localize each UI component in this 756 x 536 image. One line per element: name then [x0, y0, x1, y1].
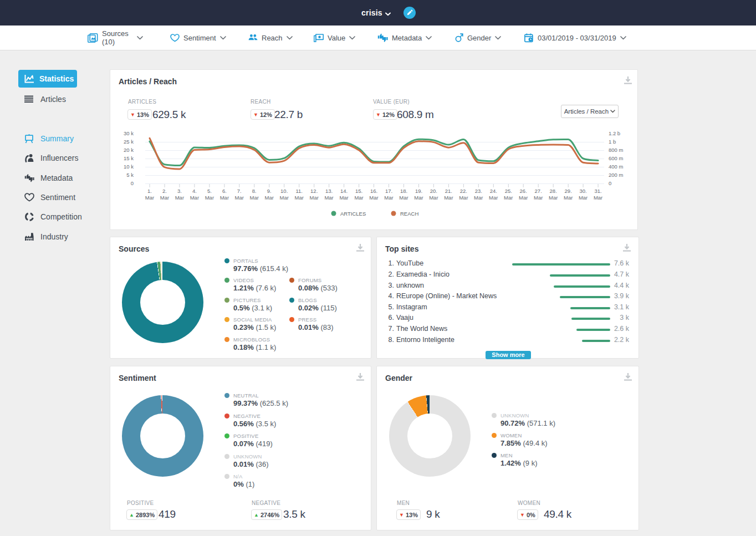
svg-text:25.: 25. [505, 188, 512, 194]
svg-text:8.: 8. [252, 188, 257, 194]
svg-text:30.: 30. [579, 188, 586, 194]
svg-text:Mar: Mar [324, 195, 333, 201]
svg-text:20.: 20. [430, 188, 437, 194]
svg-text:1.: 1. [147, 188, 152, 194]
svg-text:Mar: Mar [489, 195, 498, 201]
svg-text:Mar: Mar [265, 195, 274, 201]
svg-text:800 m: 800 m [609, 147, 623, 153]
svg-text:Mar: Mar [145, 195, 154, 201]
svg-text:17.: 17. [385, 188, 392, 194]
svg-text:Mar: Mar [534, 195, 543, 201]
svg-text:REACH: REACH [400, 211, 418, 217]
svg-text:9.: 9. [267, 188, 272, 194]
svg-text:Mar: Mar [175, 195, 184, 201]
svg-text:12.: 12. [310, 188, 318, 194]
svg-text:Mar: Mar [504, 195, 513, 201]
svg-text:22.: 22. [460, 188, 467, 194]
svg-text:4.: 4. [192, 188, 197, 194]
svg-text:16.: 16. [370, 188, 377, 194]
svg-text:7.: 7. [237, 188, 242, 194]
svg-text:Mar: Mar [519, 195, 528, 201]
svg-text:30 k: 30 k [124, 130, 134, 136]
svg-text:24.: 24. [490, 188, 497, 194]
svg-text:Mar: Mar [280, 195, 289, 201]
svg-text:200 m: 200 m [609, 172, 623, 178]
svg-text:1.2 b: 1.2 b [609, 130, 620, 136]
svg-text:5.: 5. [207, 188, 212, 194]
svg-text:15 k: 15 k [124, 155, 134, 161]
svg-text:Mar: Mar [474, 195, 483, 201]
svg-text:25 k: 25 k [124, 139, 134, 145]
svg-text:3.: 3. [177, 188, 182, 194]
svg-text:10.: 10. [280, 188, 288, 194]
svg-text:20 k: 20 k [124, 147, 134, 153]
svg-text:19.: 19. [415, 188, 422, 194]
svg-text:Mar: Mar [399, 195, 408, 201]
svg-text:10 k: 10 k [124, 164, 134, 170]
svg-text:31.: 31. [594, 188, 601, 194]
svg-text:29.: 29. [565, 188, 572, 194]
svg-text:Mar: Mar [384, 195, 393, 201]
svg-text:Mar: Mar [579, 195, 588, 201]
svg-text:26.: 26. [520, 188, 527, 194]
svg-text:23.: 23. [475, 188, 482, 194]
svg-text:Mar: Mar [160, 195, 169, 201]
svg-text:400 m: 400 m [609, 164, 623, 170]
svg-text:Mar: Mar [414, 195, 423, 201]
svg-text:Mar: Mar [205, 195, 214, 201]
svg-text:Mar: Mar [429, 195, 438, 201]
svg-text:Mar: Mar [190, 195, 199, 201]
svg-text:Mar: Mar [250, 195, 259, 201]
svg-text:1 b: 1 b [609, 139, 616, 145]
svg-text:13.: 13. [325, 188, 333, 194]
svg-text:21.: 21. [445, 188, 452, 194]
svg-text:Mar: Mar [339, 195, 348, 201]
svg-text:Mar: Mar [235, 195, 244, 201]
svg-text:18.: 18. [400, 188, 407, 194]
svg-text:Mar: Mar [564, 195, 573, 201]
svg-text:ARTICLES: ARTICLES [340, 211, 366, 217]
svg-text:Mar: Mar [295, 195, 304, 201]
svg-text:Mar: Mar [369, 195, 378, 201]
svg-text:2.: 2. [162, 188, 167, 194]
svg-text:5 k: 5 k [126, 172, 134, 178]
svg-text:11.: 11. [295, 188, 303, 194]
svg-text:0: 0 [609, 180, 611, 186]
svg-text:Mar: Mar [594, 195, 602, 201]
svg-text:Mar: Mar [354, 195, 363, 201]
svg-text:Mar: Mar [220, 195, 229, 201]
svg-text:600 m: 600 m [609, 155, 623, 161]
svg-text:27.: 27. [535, 188, 542, 194]
svg-text:Mar: Mar [549, 195, 558, 201]
svg-text:Mar: Mar [444, 195, 453, 201]
svg-text:28.: 28. [550, 188, 557, 194]
svg-text:14.: 14. [340, 188, 348, 194]
svg-text:15.: 15. [355, 188, 362, 194]
svg-text:6.: 6. [222, 188, 227, 194]
svg-text:Mar: Mar [459, 195, 468, 201]
svg-text:Mar: Mar [310, 195, 319, 201]
svg-text:0: 0 [131, 180, 134, 186]
